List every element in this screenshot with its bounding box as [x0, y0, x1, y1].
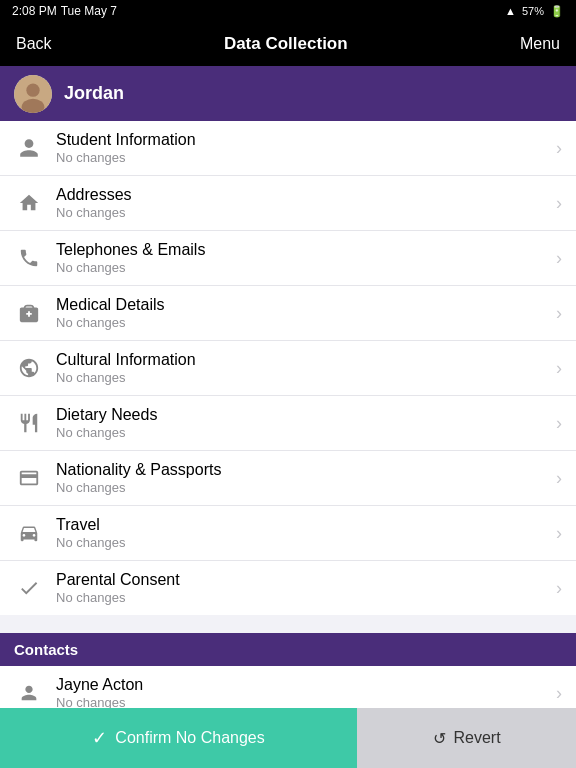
item-subtitle: No changes [56, 590, 556, 605]
group-divider [0, 615, 576, 633]
status-date: Tue May 7 [61, 4, 117, 18]
nav-bar: Back Data Collection Menu [0, 22, 576, 66]
confirm-button[interactable]: ✓ Confirm No Changes [0, 708, 357, 768]
user-header: Jordan [0, 66, 576, 121]
item-title: Telephones & Emails [56, 241, 556, 259]
status-time: 2:08 PM [12, 4, 57, 18]
battery-status: 57% [522, 5, 544, 17]
contacts-section-header: Contacts [0, 633, 576, 666]
main-content: Student Information No changes › Address… [0, 121, 576, 708]
list-item[interactable]: Nationality & Passports No changes › [0, 451, 576, 506]
phone-icon [14, 247, 44, 269]
list-item[interactable]: Student Information No changes › [0, 121, 576, 176]
contact-person-icon [14, 682, 44, 704]
contact-status: No changes [56, 695, 556, 708]
chevron-icon: › [556, 578, 562, 599]
status-bar: 2:08 PM Tue May 7 ▲ 57% 🔋 [0, 0, 576, 22]
list-item[interactable]: Medical Details No changes › [0, 286, 576, 341]
item-title: Parental Consent [56, 571, 556, 589]
item-title: Student Information [56, 131, 556, 149]
home-icon [14, 192, 44, 214]
item-subtitle: No changes [56, 535, 556, 550]
item-title: Nationality & Passports [56, 461, 556, 479]
list-item[interactable]: Jayne Acton No changes › [0, 666, 576, 708]
item-subtitle: No changes [56, 260, 556, 275]
list-item[interactable]: Telephones & Emails No changes › [0, 231, 576, 286]
chevron-icon: › [556, 358, 562, 379]
contacts-section: Contacts Jayne Acton No changes › [0, 633, 576, 708]
revert-label: Revert [454, 729, 501, 747]
globe-icon [14, 357, 44, 379]
medical-icon [14, 302, 44, 324]
confirm-label: Confirm No Changes [115, 729, 264, 747]
item-title: Travel [56, 516, 556, 534]
passport-icon [14, 467, 44, 489]
item-title: Cultural Information [56, 351, 556, 369]
list-item[interactable]: Cultural Information No changes › [0, 341, 576, 396]
item-title: Dietary Needs [56, 406, 556, 424]
list-item[interactable]: Travel No changes › [0, 506, 576, 561]
car-icon [14, 522, 44, 544]
contact-name: Jayne Acton [56, 676, 556, 694]
revert-icon: ↺ [433, 729, 446, 748]
revert-button[interactable]: ↺ Revert [357, 708, 576, 768]
item-subtitle: No changes [56, 315, 556, 330]
item-subtitle: No changes [56, 205, 556, 220]
list-item[interactable]: Parental Consent No changes › [0, 561, 576, 615]
chevron-icon: › [556, 248, 562, 269]
chevron-icon: › [556, 523, 562, 544]
chevron-icon: › [556, 413, 562, 434]
person-icon [14, 137, 44, 159]
chevron-icon: › [556, 303, 562, 324]
chevron-icon: › [556, 193, 562, 214]
main-section: Student Information No changes › Address… [0, 121, 576, 615]
svg-point-1 [26, 83, 39, 96]
item-subtitle: No changes [56, 480, 556, 495]
battery-icon: 🔋 [550, 5, 564, 18]
bottom-bar: ✓ Confirm No Changes ↺ Revert [0, 708, 576, 768]
wifi-icon: ▲ [505, 5, 516, 17]
fork-icon [14, 412, 44, 434]
chevron-icon: › [556, 138, 562, 159]
user-name: Jordan [64, 83, 124, 104]
menu-button[interactable]: Menu [520, 35, 560, 53]
page-title: Data Collection [224, 34, 348, 54]
chevron-icon: › [556, 468, 562, 489]
item-subtitle: No changes [56, 150, 556, 165]
item-subtitle: No changes [56, 370, 556, 385]
item-subtitle: No changes [56, 425, 556, 440]
check-icon [14, 577, 44, 599]
back-button[interactable]: Back [16, 35, 52, 53]
confirm-check-icon: ✓ [92, 727, 107, 749]
chevron-icon: › [556, 683, 562, 704]
avatar [14, 75, 52, 113]
item-title: Medical Details [56, 296, 556, 314]
list-item[interactable]: Dietary Needs No changes › [0, 396, 576, 451]
item-title: Addresses [56, 186, 556, 204]
list-item[interactable]: Addresses No changes › [0, 176, 576, 231]
